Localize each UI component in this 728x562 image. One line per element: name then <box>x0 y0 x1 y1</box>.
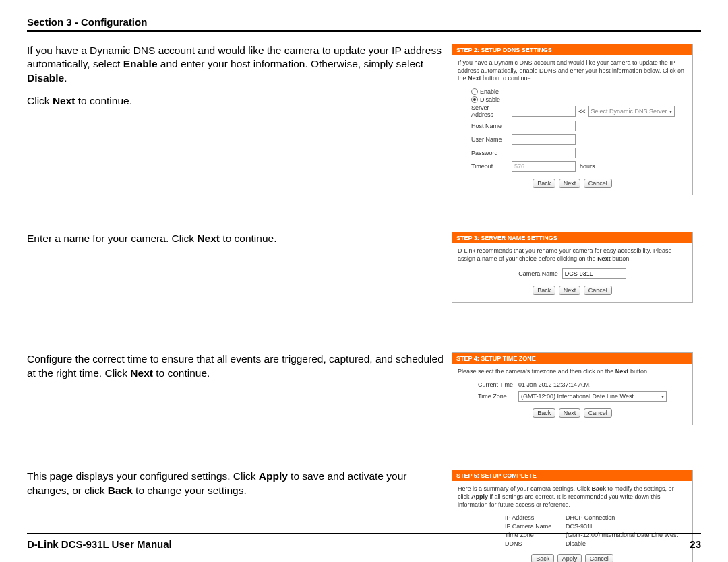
label-server-address: Server Address <box>458 104 512 118</box>
label-camera-name: Camera Name <box>518 270 558 277</box>
timeout-input[interactable] <box>512 161 576 172</box>
apply-button[interactable]: Apply <box>557 554 582 562</box>
text: if all settings are correct. It is recom… <box>458 493 661 508</box>
text-enable: Enable <box>123 58 158 69</box>
text-next: Next <box>597 255 611 262</box>
text-back: Back <box>108 485 133 496</box>
cancel-button[interactable]: Cancel <box>584 408 612 418</box>
summary-camera-name: IP Camera Name DCS-931L <box>458 523 687 530</box>
timeout-unit: hours <box>580 163 595 170</box>
text: This page displays your configured setti… <box>27 470 259 482</box>
label-host-name: Host Name <box>458 123 512 129</box>
text-disable: Disable <box>27 72 64 84</box>
label-current-time: Current Time <box>458 381 518 388</box>
text-next: Next <box>53 95 75 106</box>
step4-panel-title: STEP 4: SETUP TIME ZONE <box>452 353 692 364</box>
label-time-zone: Time Zone <box>458 393 518 400</box>
text: to continue. <box>75 95 132 106</box>
text: Please select the camera's timezone and … <box>458 368 615 375</box>
step3-panel-desc: D-Link recommends that you rename your c… <box>458 247 687 263</box>
text-apply: Apply <box>259 470 288 482</box>
label-user-name: User Name <box>458 136 512 143</box>
chevron-down-icon: ▾ <box>669 108 672 115</box>
cancel-button[interactable]: Cancel <box>585 554 613 562</box>
dns-server-select[interactable]: Select Dynamic DNS Server ▾ <box>588 106 675 117</box>
step4-row: Configure the correct time to ensure tha… <box>27 352 701 425</box>
camera-name-input[interactable] <box>562 268 626 279</box>
text: button. <box>611 255 631 262</box>
text: D-Link recommends that you rename your c… <box>458 247 671 262</box>
text: button to continue. <box>481 75 533 82</box>
footer-page-number: 23 <box>690 538 701 550</box>
text: to change your settings. <box>133 485 247 496</box>
text: Enter a name for your camera. Click <box>27 232 197 244</box>
text: to continue. <box>153 367 210 379</box>
select-value: (GMT-12:00) International Date Line West <box>521 393 634 400</box>
step2-row: If you have a Dynamic DNS account and wo… <box>27 44 701 195</box>
password-input[interactable] <box>512 148 576 158</box>
step4-instructions: Configure the correct time to ensure tha… <box>27 352 452 389</box>
text: and enter your host information. Otherwi… <box>158 58 424 69</box>
step2-instructions: If you have a Dynamic DNS account and wo… <box>27 44 452 118</box>
radio-label: Disable <box>480 96 500 103</box>
cancel-button[interactable]: Cancel <box>584 179 612 188</box>
summary-key: IP Camera Name <box>505 523 566 530</box>
chevron-down-icon: ▾ <box>661 394 664 400</box>
radio-icon <box>471 88 478 95</box>
radio-label: Enable <box>480 88 499 95</box>
timezone-select[interactable]: (GMT-12:00) International Date Line West… <box>518 391 667 402</box>
step3-panel: STEP 3: SERVER NAME SETTINGS D-Link reco… <box>452 232 693 303</box>
step5-panel-desc: Here is a summary of your camera setting… <box>458 485 687 509</box>
back-button[interactable]: Back <box>533 179 555 188</box>
text: Here is a summary of your camera setting… <box>458 485 592 492</box>
step2-panel-desc: If you have a Dynamic DNS account and wo… <box>458 59 687 83</box>
label-password: Password <box>458 150 512 156</box>
radio-disable[interactable]: Disable <box>458 96 687 103</box>
step5-instructions: This page displays your configured setti… <box>27 470 452 507</box>
back-button[interactable]: Back <box>533 286 555 295</box>
text-next: Next <box>197 232 220 244</box>
host-name-input[interactable] <box>512 121 576 131</box>
radio-enable[interactable]: Enable <box>458 88 687 95</box>
cancel-button[interactable]: Cancel <box>584 286 612 295</box>
back-button[interactable]: Back <box>531 554 554 562</box>
text-next: Next <box>130 367 153 379</box>
text: button. <box>628 368 648 375</box>
summary-key: IP Address <box>505 514 566 521</box>
user-name-input[interactable] <box>512 134 576 145</box>
text: . <box>64 72 67 84</box>
server-address-input[interactable] <box>512 106 576 117</box>
text-apply: Apply <box>471 493 488 500</box>
text-next: Next <box>615 368 629 375</box>
next-button[interactable]: Next <box>559 179 581 188</box>
section-header: Section 3 - Configuration <box>27 16 701 32</box>
current-time-value: 01 Jan 2012 12:37:14 A.M. <box>518 381 591 388</box>
next-button[interactable]: Next <box>559 286 581 295</box>
footer-left: D-Link DCS-931L User Manual <box>27 538 172 550</box>
back-button[interactable]: Back <box>533 408 555 418</box>
summary-value: DCS-931L <box>566 523 594 530</box>
page-footer: D-Link DCS-931L User Manual 23 <box>27 533 701 550</box>
text-next: Next <box>468 75 481 82</box>
step4-panel-desc: Please select the camera's timezone and … <box>458 368 687 376</box>
step3-row: Enter a name for your camera. Click Next… <box>27 232 701 303</box>
summary-value: DHCP Connection <box>566 514 615 521</box>
label-timeout: Timeout <box>458 163 512 170</box>
text: Click <box>27 95 53 106</box>
text-back: Back <box>592 485 607 492</box>
step2-panel-title: STEP 2: SETUP DDNS SETTINGS <box>452 44 692 55</box>
radio-icon <box>471 96 478 103</box>
select-placeholder: Select Dynamic DNS Server <box>591 108 667 115</box>
step2-panel: STEP 2: SETUP DDNS SETTINGS If you have … <box>452 44 693 195</box>
step5-panel-title: STEP 5: SETUP COMPLETE <box>452 470 692 481</box>
step4-panel: STEP 4: SETUP TIME ZONE Please select th… <box>452 352 693 425</box>
next-button[interactable]: Next <box>559 408 581 418</box>
text: Configure the correct time to ensure tha… <box>27 353 444 378</box>
summary-ip: IP Address DHCP Connection <box>458 514 687 521</box>
step3-instructions: Enter a name for your camera. Click Next… <box>27 232 452 255</box>
step3-panel-title: STEP 3: SERVER NAME SETTINGS <box>452 232 692 243</box>
chevron-left-icon: << <box>578 108 586 115</box>
text: to continue. <box>220 232 276 244</box>
